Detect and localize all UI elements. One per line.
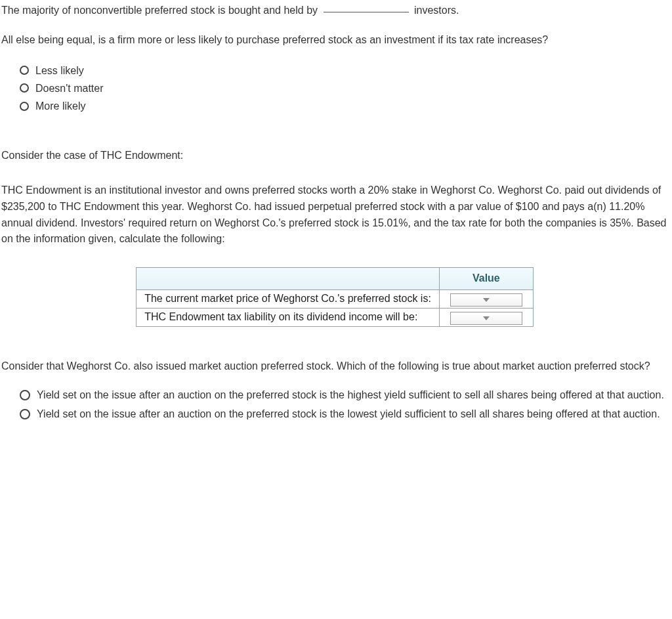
table-cell-select [439, 289, 533, 308]
q4-option-highest[interactable]: Yield set on the issue after an auction … [20, 387, 668, 404]
tax-liability-select[interactable] [450, 312, 522, 325]
q1-text-after: investors. [414, 5, 459, 16]
q4-option-label: Yield set on the issue after an auction … [37, 387, 668, 404]
q2-option-more-likely[interactable]: More likely [20, 97, 668, 115]
q2-option-less-likely[interactable]: Less likely [20, 62, 668, 79]
q1-sentence: The majority of nonconvertible preferred… [1, 3, 668, 19]
q2-option-doesnt-matter[interactable]: Doesn't matter [20, 79, 668, 97]
q2-choices: Less likely Doesn't matter More likely [20, 62, 668, 116]
svg-marker-1 [483, 316, 490, 320]
q2-option-label: More likely [35, 97, 85, 115]
case-body: THC Endowment is an institutional invest… [1, 182, 668, 247]
table-row: THC Endowment tax liability on its divid… [136, 308, 534, 326]
chevron-down-icon [483, 316, 490, 320]
q2-prompt: All else being equal, is a firm more or … [1, 32, 668, 49]
q2-option-label: Less likely [35, 62, 84, 79]
svg-marker-0 [483, 298, 490, 302]
q4-choices: Yield set on the issue after an auction … [20, 387, 668, 423]
radio-icon [20, 66, 29, 75]
table-header-blank [136, 268, 440, 290]
q4-option-lowest[interactable]: Yield set on the issue after an auction … [20, 406, 668, 423]
radio-icon [20, 102, 29, 111]
q4-option-label: Yield set on the issue after an auction … [37, 406, 668, 423]
table-header-value: Value [439, 268, 533, 290]
table-row: The current market price of Weghorst Co.… [136, 289, 534, 308]
table-cell-select [439, 308, 533, 326]
radio-icon [20, 409, 30, 419]
q1-text-before: The majority of nonconvertible preferred… [1, 5, 321, 16]
case-intro: Consider the case of THC Endowment: [1, 148, 668, 164]
radio-icon [20, 83, 29, 93]
value-table-wrap: Value The current market price of Weghor… [1, 267, 668, 326]
page: The majority of nonconvertible preferred… [0, 0, 672, 452]
market-price-select[interactable] [450, 293, 522, 307]
chevron-down-icon [483, 298, 490, 302]
q2-option-label: Doesn't matter [35, 79, 104, 97]
table-row-label: THC Endowment tax liability on its divid… [136, 308, 440, 326]
q4-prompt: Consider that Weghorst Co. also issued m… [1, 358, 668, 375]
table-row-label: The current market price of Weghorst Co.… [136, 289, 440, 308]
radio-icon [20, 390, 30, 400]
q1-blank-input[interactable] [324, 1, 409, 12]
value-table: Value The current market price of Weghor… [136, 267, 534, 326]
